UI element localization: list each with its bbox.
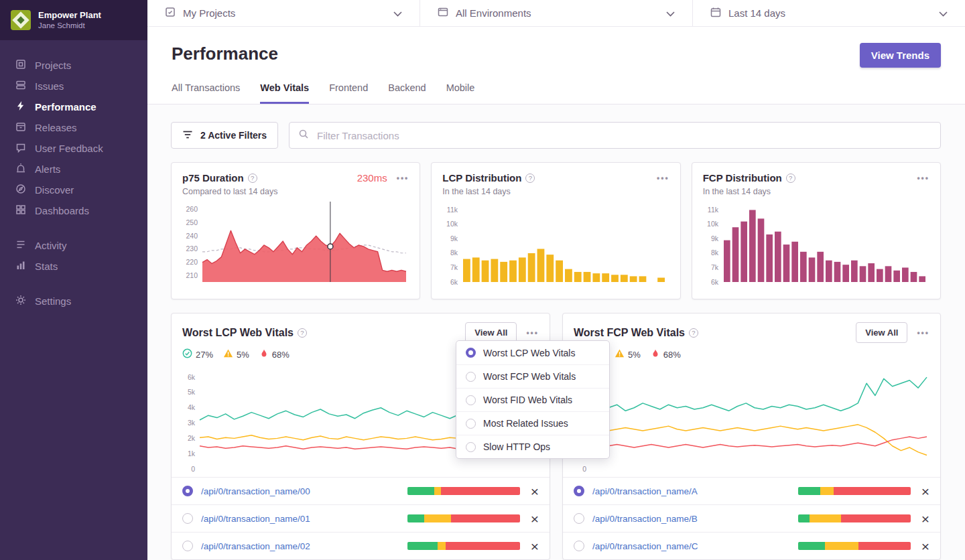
table-row: /api/0/transaction_name/02 × [172,532,550,559]
user-feedback-icon [15,142,26,155]
transaction-radio[interactable] [574,541,584,551]
svg-text:0: 0 [191,465,195,473]
sidebar-item-alerts[interactable]: Alerts [0,159,147,180]
dropdown-item-slow-http-ops[interactable]: Slow HTTP Ops [456,435,609,458]
fire-icon [259,348,269,360]
more-options-icon[interactable]: ••• [657,173,669,183]
table-row: /api/0/transaction_name/00 × [172,477,550,504]
transaction-link[interactable]: /api/0/transaction_name/A [592,486,698,496]
svg-text:5k: 5k [188,388,196,396]
close-icon[interactable]: × [531,484,539,498]
close-icon[interactable]: × [531,539,539,553]
dropdown-item-worst-fid[interactable]: Worst FID Web Vitals [456,388,609,411]
environment-selector[interactable]: All Environments [420,0,693,26]
view-all-button[interactable]: View All [856,322,907,343]
warning-badge: 5% [615,348,641,360]
projects-icon [15,59,26,72]
svg-text:250: 250 [186,218,198,226]
card-subtitle: In the last 14 days [703,187,929,196]
sidebar-item-settings[interactable]: Settings [0,291,147,311]
svg-text:4k: 4k [188,403,196,411]
help-icon[interactable]: ? [525,173,535,183]
daterange-selector[interactable]: Last 14 days [693,0,965,26]
transaction-link[interactable]: /api/0/transaction_name/B [592,514,698,524]
sidebar-item-stats[interactable]: Stats [0,256,147,277]
svg-text:220: 220 [186,258,198,266]
svg-text:9k: 9k [711,234,719,242]
sidebar-item-discover[interactable]: Discover [0,180,147,200]
sidebar-item-dashboards[interactable]: Dashboards [0,200,147,221]
filter-transactions-input[interactable] [316,129,931,142]
transaction-radio[interactable] [182,513,193,524]
more-options-icon[interactable]: ••• [526,328,539,338]
more-options-icon[interactable]: ••• [397,173,409,183]
transaction-link[interactable]: /api/0/transaction_name/C [592,541,698,551]
sidebar-item-issues[interactable]: Issues [0,76,147,96]
tab-backend[interactable]: Backend [388,82,426,104]
transaction-link[interactable]: /api/0/transaction_name/00 [201,486,310,496]
org-header[interactable]: Empower Plant Jane Schmidt [0,0,147,40]
sidebar-item-projects[interactable]: Projects [0,55,147,76]
table-row: /api/0/transaction_name/C × [563,532,940,559]
gear-icon [15,295,26,307]
worst-fcp-chart: 6k5k4k3k2k1k0 [574,367,929,473]
more-options-icon[interactable]: ••• [917,328,929,338]
issues-icon [15,80,26,92]
project-selector-icon [165,7,176,19]
view-trends-button[interactable]: View Trends [860,43,941,68]
svg-text:1k: 1k [188,449,196,458]
help-icon[interactable]: ? [689,328,698,338]
svg-text:9k: 9k [450,234,458,242]
more-options-icon[interactable]: ••• [917,173,929,183]
p75-value: 230ms [357,172,387,184]
check-circle-icon [182,348,192,360]
option-radio[interactable] [466,372,476,382]
transaction-radio[interactable] [574,513,584,524]
dropdown-item-worst-fcp[interactable]: Worst FCP Web Vitals [456,364,609,388]
dropdown-item-worst-lcp[interactable]: Worst LCP Web Vitals [456,341,609,364]
card-title: p75 Duration [182,172,244,184]
sidebar-item-releases[interactable]: Releases [0,117,147,138]
transaction-radio[interactable] [574,486,584,496]
tab-mobile[interactable]: Mobile [446,82,475,104]
close-icon[interactable]: × [921,539,929,553]
vitals-stacked-bar [407,542,520,550]
sidebar-item-activity[interactable]: Activity [0,235,147,256]
sidebar-nav: Projects Issues Performance Releases Use… [0,40,147,311]
option-radio[interactable] [466,395,476,405]
performance-icon [15,100,26,113]
table-row: /api/0/transaction_name/A × [563,477,940,504]
chevron-down-icon [939,7,948,19]
transaction-link[interactable]: /api/0/transaction_name/02 [201,541,310,551]
tab-all-transactions[interactable]: All Transactions [172,82,240,104]
transaction-radio[interactable] [182,486,193,496]
lcp-distribution-chart: 11k10k9k8k7k6k [442,202,669,286]
page-title: Performance [172,43,278,64]
vitals-stacked-bar [798,514,911,522]
p75-duration-card: p75 Duration ? 230ms ••• Compared to las… [171,162,420,299]
dashboards-icon [15,204,26,217]
close-icon[interactable]: × [531,512,539,526]
lcp-distribution-card: LCP Distribution ? ••• In the last 14 da… [431,162,680,299]
option-radio[interactable] [466,348,476,358]
option-radio[interactable] [466,419,476,429]
active-filters-button[interactable]: 2 Active Filters [171,122,278,149]
help-icon[interactable]: ? [248,173,257,183]
help-icon[interactable]: ? [786,173,795,183]
transaction-radio[interactable] [182,541,193,551]
close-icon[interactable]: × [921,484,929,498]
tab-frontend[interactable]: Frontend [329,82,368,104]
sidebar-item-performance[interactable]: Performance [0,96,147,117]
help-icon[interactable]: ? [298,328,307,338]
tab-web-vitals[interactable]: Web Vitals [260,82,309,104]
vitals-stacked-bar [407,487,520,495]
close-icon[interactable]: × [921,512,929,526]
warning-triangle-icon [223,348,233,360]
topbar: My Projects All Environments Last 14 day… [147,0,965,27]
transaction-link[interactable]: /api/0/transaction_name/01 [201,514,310,524]
dropdown-item-most-related-issues[interactable]: Most Related Issues [456,411,609,435]
option-radio[interactable] [466,442,476,452]
svg-text:0: 0 [582,465,586,473]
project-selector[interactable]: My Projects [147,0,420,26]
sidebar-item-user-feedback[interactable]: User Feedback [0,138,147,159]
